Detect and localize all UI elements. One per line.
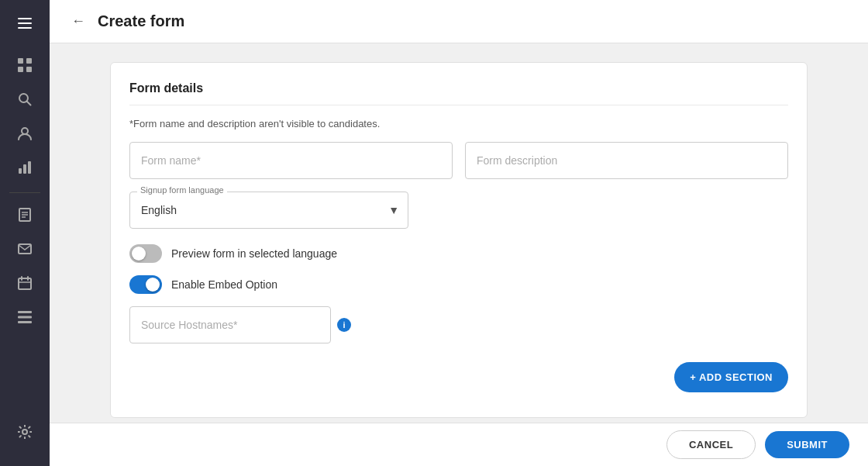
svg-line-8 bbox=[27, 102, 31, 105]
svg-point-25 bbox=[22, 430, 27, 434]
embed-toggle-thumb bbox=[146, 278, 160, 292]
preview-toggle[interactable] bbox=[129, 244, 162, 263]
add-section-button[interactable]: + ADD SECTION bbox=[674, 362, 788, 392]
language-select[interactable]: English bbox=[129, 192, 408, 229]
form-note: *Form name and description aren't visibl… bbox=[129, 118, 788, 129]
info-icon[interactable]: i bbox=[337, 318, 351, 332]
sidebar-divider bbox=[9, 192, 40, 193]
svg-rect-10 bbox=[19, 168, 22, 174]
svg-rect-2 bbox=[18, 27, 32, 29]
add-section-row: + ADD SECTION bbox=[129, 362, 788, 392]
chart-icon[interactable] bbox=[9, 152, 40, 183]
back-arrow-icon: ← bbox=[71, 13, 85, 29]
calendar-icon[interactable] bbox=[9, 268, 40, 299]
svg-rect-11 bbox=[23, 164, 26, 174]
svg-rect-5 bbox=[18, 67, 23, 72]
footer: CANCEL SUBMIT bbox=[50, 423, 868, 466]
embed-toggle[interactable] bbox=[129, 275, 162, 294]
list-icon[interactable] bbox=[9, 302, 40, 333]
back-button[interactable]: ← bbox=[68, 10, 88, 33]
main-area: ← Create form Form details *Form name an… bbox=[50, 0, 868, 466]
search-icon[interactable] bbox=[9, 84, 40, 115]
embed-toggle-row: Enable Embed Option bbox=[129, 275, 788, 294]
form-section-title: Form details bbox=[129, 81, 788, 105]
settings-icon[interactable] bbox=[9, 416, 40, 447]
svg-rect-0 bbox=[18, 18, 32, 19]
language-label: Signup form language bbox=[137, 185, 227, 195]
submit-button[interactable]: SUBMIT bbox=[765, 431, 849, 458]
add-section-label: + ADD SECTION bbox=[690, 371, 773, 383]
preview-toggle-thumb bbox=[132, 247, 146, 261]
form-name-description-row bbox=[129, 142, 788, 179]
dashboard-icon[interactable] bbox=[9, 50, 40, 81]
preview-toggle-row: Preview form in selected language bbox=[129, 244, 788, 263]
form-card: Form details *Form name and description … bbox=[110, 62, 808, 418]
sidebar bbox=[0, 0, 50, 466]
hostnames-row: i bbox=[129, 306, 788, 343]
form-description-input[interactable] bbox=[465, 142, 788, 179]
svg-rect-18 bbox=[19, 278, 31, 289]
svg-rect-23 bbox=[18, 316, 32, 319]
preview-toggle-label: Preview form in selected language bbox=[171, 247, 337, 260]
svg-rect-3 bbox=[18, 58, 23, 64]
contacts-icon[interactable] bbox=[9, 118, 40, 149]
svg-rect-1 bbox=[18, 22, 32, 24]
menu-icon[interactable] bbox=[9, 8, 40, 39]
svg-rect-12 bbox=[28, 161, 31, 174]
source-hostnames-input[interactable] bbox=[129, 306, 331, 343]
form-name-input[interactable] bbox=[129, 142, 453, 179]
svg-rect-6 bbox=[26, 67, 32, 72]
svg-rect-4 bbox=[26, 58, 32, 64]
cancel-button[interactable]: CANCEL bbox=[666, 430, 756, 459]
embed-toggle-label: Enable Embed Option bbox=[171, 278, 277, 291]
email-icon[interactable] bbox=[9, 233, 40, 264]
svg-rect-24 bbox=[18, 321, 32, 323]
page-title: Create form bbox=[98, 12, 184, 30]
svg-rect-17 bbox=[19, 244, 31, 254]
svg-rect-22 bbox=[18, 311, 32, 313]
language-select-wrapper: Signup form language English ▼ bbox=[129, 192, 408, 229]
content-area: Form details *Form name and description … bbox=[50, 43, 868, 423]
svg-point-9 bbox=[22, 128, 28, 134]
document-icon[interactable] bbox=[9, 199, 40, 230]
header: ← Create form bbox=[50, 0, 868, 43]
